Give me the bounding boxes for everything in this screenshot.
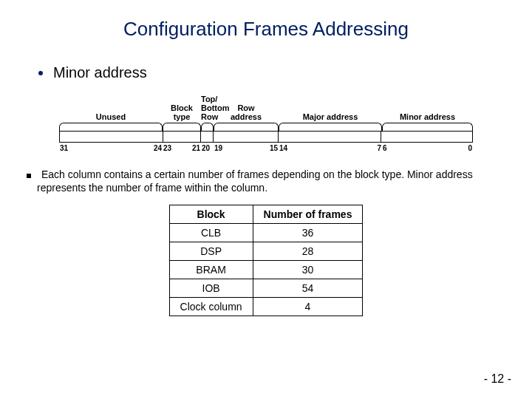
cell-frames: 36 xyxy=(253,224,363,242)
table-header-row: Block Number of frames xyxy=(169,205,363,224)
bit-lo: 15 xyxy=(270,144,278,152)
bf-label-tbr: Top/ Bottom Row xyxy=(201,95,214,123)
th-frames: Number of frames xyxy=(253,205,363,224)
bit-hi: 20 xyxy=(202,144,210,152)
cell-block: IOB xyxy=(169,279,253,298)
table-row: CLB36 xyxy=(169,224,363,242)
bit-lo: 21 xyxy=(192,144,200,152)
bit-lo: 7 xyxy=(377,144,381,152)
cell-block: Clock column xyxy=(169,298,253,316)
bf-label-blocktype: Block type xyxy=(163,103,201,123)
bf-label-minor: Minor address xyxy=(382,112,473,123)
description-text: Each column contains a certain number of… xyxy=(37,168,473,194)
bullet-dot-icon xyxy=(38,71,43,75)
description-bullet: Each column contains a certain number of… xyxy=(27,168,505,194)
cell-block: BRAM xyxy=(169,261,253,279)
table-row: BRAM30 xyxy=(169,261,363,279)
bit-hi: 19 xyxy=(214,144,222,152)
bf-brace xyxy=(201,123,214,132)
bit-lo: 0 xyxy=(468,144,472,152)
bf-label-unused: Unused xyxy=(59,112,163,123)
cell-block: DSP xyxy=(169,242,253,261)
slide-title: Configuration Frames Addressing xyxy=(0,0,532,41)
main-bullet: Minor address xyxy=(38,64,532,81)
frames-table: Block Number of frames CLB36 DSP28 BRAM3… xyxy=(169,205,364,316)
bf-brace xyxy=(382,123,473,132)
cell-frames: 28 xyxy=(253,242,363,261)
bit-hi: 6 xyxy=(383,144,387,152)
bf-label-rowaddr: Row address xyxy=(214,103,279,123)
bitfield-diagram: Unused Block type Top/ Bottom Row Row ad… xyxy=(59,95,473,152)
bf-brace xyxy=(59,123,163,132)
table-row: Clock column4 xyxy=(169,298,363,316)
bit-hi: 23 xyxy=(163,144,171,152)
main-bullet-text: Minor address xyxy=(53,64,147,81)
slide-number: - 12 - xyxy=(484,372,511,386)
bf-label-major: Major address xyxy=(279,112,382,123)
bit-hi: 14 xyxy=(279,144,287,152)
bf-brace xyxy=(163,123,201,132)
table-row: IOB54 xyxy=(169,279,363,298)
th-block: Block xyxy=(169,205,253,224)
bit-lo: 24 xyxy=(154,144,162,152)
bf-brace xyxy=(214,123,279,132)
cell-frames: 30 xyxy=(253,261,363,279)
cell-frames: 4 xyxy=(253,298,363,316)
table-row: DSP28 xyxy=(169,242,363,261)
bit-hi: 31 xyxy=(60,144,68,152)
bitfield-bar xyxy=(59,131,473,143)
cell-block: CLB xyxy=(169,224,253,242)
cell-frames: 54 xyxy=(253,279,363,298)
bf-brace xyxy=(279,123,382,132)
bullet-square-icon xyxy=(27,174,31,178)
